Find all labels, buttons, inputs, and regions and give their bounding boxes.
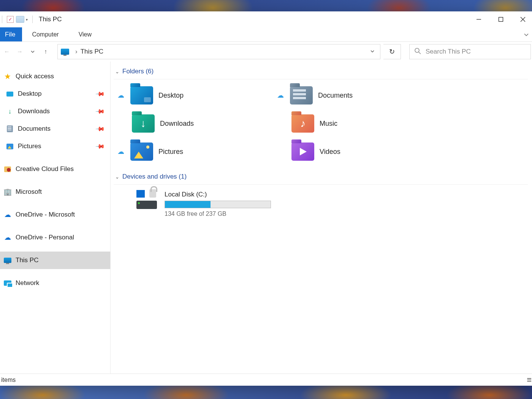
window-title: This PC	[39, 16, 62, 23]
titlebar-separator	[2, 16, 2, 23]
sidebar-item-this-pc[interactable]: This PC	[0, 252, 110, 269]
music-folder-icon	[291, 114, 314, 133]
folder-music[interactable]: Music	[277, 114, 437, 133]
recent-locations-button[interactable]	[27, 45, 38, 59]
address-location[interactable]: This PC	[81, 48, 103, 55]
folder-pictures[interactable]: ☁Pictures	[117, 142, 277, 161]
folder-documents[interactable]: ☁Documents	[277, 86, 437, 104]
file-explorer-window: ✓ ▾ This PC File Computer View ← → ↑ › T…	[0, 11, 532, 386]
svg-line-5	[419, 52, 421, 54]
section-label: Folders (6)	[122, 68, 154, 75]
statusbar-items: items	[1, 377, 16, 383]
section-header-drives[interactable]: ⌄ Devices and drives (1)	[114, 171, 528, 185]
qat-customize-icon[interactable]: ▾	[26, 17, 28, 22]
drive-item[interactable]: Local Disk (C:) 134 GB free of 237 GB	[114, 185, 532, 217]
sidebar-item-label: This PC	[16, 256, 38, 264]
address-bar[interactable]: › This PC	[57, 44, 380, 59]
this-pc-icon	[3, 256, 12, 264]
folder-label: Downloads	[160, 120, 194, 128]
onedrive-icon: ☁	[3, 233, 12, 242]
tab-computer[interactable]: Computer	[22, 27, 68, 41]
ribbon-expand-icon[interactable]	[519, 27, 532, 41]
svg-rect-1	[499, 17, 503, 22]
status-bar: items ≡	[0, 374, 532, 386]
sidebar-item-label: Creative Cloud Files	[16, 165, 74, 173]
downloads-folder-icon	[132, 114, 155, 133]
sidebar-item-label: Downloads	[18, 108, 50, 115]
search-icon	[414, 48, 421, 56]
creative-cloud-icon	[3, 165, 12, 173]
navigation-pane[interactable]: ★ Quick access Desktop 📌 ↓ Downloads 📌 D…	[0, 62, 111, 386]
sidebar-item-downloads[interactable]: ↓ Downloads 📌	[0, 103, 110, 120]
pin-icon: 📌	[95, 124, 106, 134]
pin-icon: 📌	[95, 89, 106, 99]
folder-downloads[interactable]: Downloads	[117, 114, 277, 133]
minimize-button[interactable]	[468, 11, 490, 27]
folder-desktop[interactable]: ☁Desktop	[117, 86, 277, 104]
building-icon: 🏢	[3, 188, 12, 196]
local-disk-icon	[136, 191, 159, 209]
pin-icon: 📌	[95, 106, 106, 117]
sidebar-item-label: Network	[16, 279, 39, 287]
drive-status: 134 GB free of 237 GB	[165, 211, 271, 217]
videos-folder-icon	[291, 142, 314, 161]
breadcrumb-separator-icon: ›	[72, 48, 81, 55]
section-header-folders[interactable]: ⌄ Folders (6)	[114, 65, 528, 79]
address-dropdown-icon[interactable]	[368, 48, 377, 55]
sidebar-item-label: Pictures	[18, 142, 41, 150]
navigation-row: ← → ↑ › This PC ↻ Search This PC	[0, 42, 532, 62]
sidebar-item-desktop[interactable]: Desktop 📌	[0, 85, 110, 103]
sidebar-item-documents[interactable]: Documents 📌	[0, 120, 110, 138]
onedrive-icon: ☁	[3, 211, 12, 219]
cloud-sync-icon: ☁	[277, 91, 286, 100]
drive-usage-bar	[165, 201, 271, 208]
up-button[interactable]: ↑	[40, 45, 51, 59]
documents-folder-icon	[290, 86, 313, 104]
qat-properties-icon[interactable]: ✓	[7, 16, 14, 23]
folder-videos[interactable]: Videos	[277, 142, 437, 161]
documents-icon	[6, 125, 14, 133]
sidebar-item-label: OneDrive - Personal	[16, 234, 74, 241]
sidebar-quick-access[interactable]: ★ Quick access	[0, 68, 110, 85]
sidebar-item-creative-cloud[interactable]: Creative Cloud Files	[0, 160, 110, 178]
folder-label: Pictures	[158, 148, 183, 156]
folder-label: Desktop	[158, 92, 184, 100]
content-pane[interactable]: ⌄ Folders (6) ☁Desktop☁DocumentsDownload…	[111, 62, 532, 386]
sidebar-item-network[interactable]: Network	[0, 274, 110, 292]
desktop-folder-icon	[130, 86, 153, 104]
drive-name: Local Disk (C:)	[165, 191, 271, 198]
pictures-folder-icon	[130, 142, 153, 161]
folder-label: Music	[320, 120, 337, 128]
sidebar-item-onedrive-personal[interactable]: ☁ OneDrive - Personal	[0, 229, 110, 246]
search-placeholder: Search This PC	[426, 48, 471, 55]
pin-icon: 📌	[95, 141, 106, 152]
downloads-icon: ↓	[6, 107, 14, 116]
search-box[interactable]: Search This PC	[409, 44, 531, 59]
maximize-button[interactable]	[490, 11, 512, 27]
star-icon: ★	[3, 72, 12, 81]
titlebar[interactable]: ✓ ▾ This PC	[0, 11, 532, 27]
qat-newfolder-icon[interactable]	[16, 16, 24, 23]
svg-point-4	[415, 48, 419, 52]
sidebar-item-label: Desktop	[18, 90, 41, 98]
desktop-icon	[6, 90, 14, 98]
forward-button[interactable]: →	[14, 45, 25, 59]
chevron-down-icon: ⌄	[115, 174, 119, 180]
pictures-icon	[6, 142, 14, 150]
cloud-sync-icon: ☁	[117, 147, 127, 156]
titlebar-separator	[32, 16, 33, 23]
sidebar-item-label: Microsoft	[16, 188, 42, 196]
tab-view[interactable]: View	[69, 27, 101, 41]
folder-label: Videos	[320, 148, 340, 156]
sidebar-item-onedrive-ms[interactable]: ☁ OneDrive - Microsoft	[0, 206, 110, 223]
close-button[interactable]	[512, 11, 532, 27]
section-label: Devices and drives (1)	[122, 173, 187, 180]
network-icon	[3, 279, 12, 287]
sidebar-item-pictures[interactable]: Pictures 📌	[0, 138, 110, 155]
back-button[interactable]: ←	[1, 45, 13, 59]
tab-file[interactable]: File	[0, 27, 22, 41]
details-view-icon[interactable]: ≡	[527, 375, 531, 385]
sidebar-item-microsoft[interactable]: 🏢 Microsoft	[0, 183, 110, 201]
refresh-button[interactable]: ↻	[383, 44, 401, 59]
cloud-sync-icon: ☁	[117, 91, 127, 100]
